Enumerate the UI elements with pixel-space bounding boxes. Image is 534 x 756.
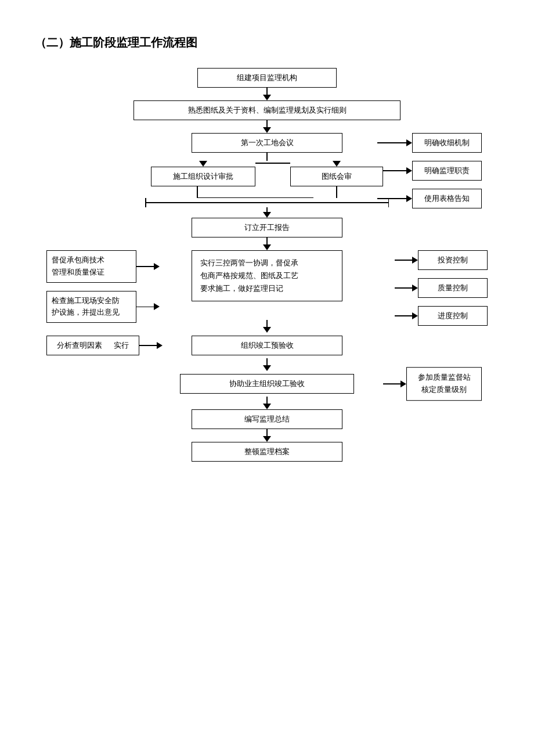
right-branch-2: 明确监理职责 bbox=[377, 161, 482, 181]
arrow bbox=[263, 327, 271, 333]
two-col-row: 施工组织设计审批 图纸会审 bbox=[145, 161, 389, 186]
node-4: 施工组织设计审批 bbox=[151, 167, 255, 186]
node8-section: 分析查明因素 实行 组织竣工预验收 bbox=[35, 333, 499, 358]
hline bbox=[377, 142, 406, 143]
arrow bbox=[263, 404, 271, 409]
hline-merge bbox=[197, 197, 313, 199]
connector bbox=[266, 429, 268, 436]
right-box-3-row: 进度控制 bbox=[395, 306, 488, 326]
right-branch-section: 明确收细机制 明确监理职责 使用表格告知 bbox=[377, 133, 482, 208]
left-box-9: 分析查明因素 实行 bbox=[46, 336, 163, 355]
left-box-1: 督促承包商技术 管理和质量保证 bbox=[46, 250, 136, 283]
right-box-7: 参加质量监督站 核定质量级别 bbox=[383, 367, 482, 401]
connector bbox=[266, 120, 268, 127]
page-title: （二）施工阶段监理工作流程图 bbox=[35, 35, 499, 51]
connector bbox=[266, 320, 268, 327]
hline bbox=[395, 260, 412, 261]
connector bbox=[266, 88, 268, 95]
node-right1: 明确收细机制 bbox=[412, 133, 482, 153]
right-box-1-row: 投资控制 bbox=[395, 250, 488, 270]
arrow-right bbox=[157, 342, 163, 349]
node-right3: 使用表格告知 bbox=[412, 189, 482, 208]
node-8: 组织竣工预验收 bbox=[192, 336, 342, 355]
node7-section: 督促承包商技术 管理和质量保证 检查施工现场安全防 护设施，并提出意见 实行三控… bbox=[35, 250, 499, 320]
right-branch-1: 明确收细机制 bbox=[377, 133, 482, 153]
merge-section bbox=[145, 186, 389, 198]
hline bbox=[136, 307, 154, 308]
left-box-2: 检查施工现场安全防 护设施，并提出意见 bbox=[46, 291, 136, 323]
arrow bbox=[199, 161, 207, 167]
node-11: 整顿监理档案 bbox=[192, 442, 342, 462]
right-col-inner: 图纸会审 bbox=[290, 161, 383, 186]
node-3: 第一次工地会议 bbox=[192, 133, 342, 153]
flowchart: 组建项目监理机构 熟悉图纸及关于资料、编制监理规划及实行细则 第一次工地会议 明… bbox=[35, 68, 499, 462]
node-2: 熟悉图纸及关于资料、编制监理规划及实行细则 bbox=[134, 100, 400, 120]
hline bbox=[383, 383, 400, 384]
h-bridge bbox=[255, 163, 290, 164]
hline bbox=[136, 266, 154, 267]
node9-section: 协助业主组织竣工验收 参加质量监督站 核定质量级别 bbox=[35, 371, 499, 397]
arrow-right bbox=[412, 257, 418, 264]
vline bbox=[197, 186, 198, 198]
node-right7: 参加质量监督站 核定质量级别 bbox=[406, 367, 482, 401]
right-branch-3: 使用表格告知 bbox=[377, 189, 482, 208]
arrow bbox=[263, 127, 271, 133]
arrow-right bbox=[154, 263, 160, 270]
arrow-right bbox=[412, 312, 418, 319]
node-right4: 投资控制 bbox=[418, 250, 488, 270]
left-box-2-row: 检查施工现场安全防 护设施，并提出意见 bbox=[46, 291, 160, 323]
two-col-inner: 施工组织设计审批 图纸会审 bbox=[145, 161, 389, 198]
node-right6: 进度控制 bbox=[418, 306, 488, 326]
node3-section: 第一次工地会议 明确收细机制 明确监理职责 bbox=[35, 133, 499, 153]
arrow bbox=[263, 95, 271, 100]
left-box-1-row: 督促承包商技术 管理和质量保证 bbox=[46, 250, 160, 283]
arrow bbox=[263, 244, 271, 250]
hline bbox=[139, 345, 157, 346]
vline bbox=[336, 186, 337, 198]
left-merge bbox=[171, 186, 223, 198]
vline bbox=[266, 153, 268, 161]
arrow bbox=[263, 365, 271, 371]
arrow-right bbox=[406, 195, 412, 202]
node-9: 协助业主组织竣工验收 bbox=[180, 374, 354, 394]
arrow bbox=[333, 161, 341, 167]
arrow bbox=[263, 436, 271, 442]
h-merge-line bbox=[145, 197, 389, 199]
node-1: 组建项目监理机构 bbox=[197, 68, 337, 88]
right-merge bbox=[311, 186, 363, 198]
connector bbox=[266, 207, 268, 212]
left-col-inner: 施工组织设计审批 bbox=[151, 161, 255, 186]
node-right2: 明确监理职责 bbox=[412, 161, 482, 181]
arrow bbox=[263, 212, 271, 218]
node-right5: 质量控制 bbox=[418, 278, 488, 298]
col-left: 施工组织设计审批 bbox=[151, 161, 255, 186]
connector bbox=[266, 237, 268, 244]
connector bbox=[266, 397, 268, 404]
node-7-main: 实行三控两管一协调，督促承 包商严格按规范、图纸及工艺 要求施工，做好监理日记 bbox=[192, 250, 342, 301]
connector bbox=[266, 358, 268, 365]
arrow-right bbox=[406, 167, 412, 174]
left-boxes-section: 督促承包商技术 管理和质量保证 检查施工现场安全防 护设施，并提出意见 bbox=[46, 250, 160, 323]
merge-h-line bbox=[145, 198, 389, 207]
arrow-right bbox=[400, 380, 406, 387]
hline bbox=[377, 198, 406, 199]
node-5: 图纸会审 bbox=[290, 167, 383, 186]
arrow-right bbox=[154, 303, 160, 310]
node-left3: 分析查明因素 实行 bbox=[46, 336, 139, 355]
left-branch: 施工组织设计审批 bbox=[151, 161, 255, 186]
h-merge bbox=[146, 202, 388, 203]
hline bbox=[395, 315, 412, 316]
right-boxes-section: 投资控制 质量控制 进度控制 bbox=[395, 250, 488, 326]
node-6: 订立开工报告 bbox=[192, 218, 342, 237]
node-10: 编写监理总结 bbox=[192, 409, 342, 429]
right-box-2-row: 质量控制 bbox=[395, 278, 488, 298]
node3-col: 第一次工地会议 bbox=[192, 133, 342, 153]
split-connector bbox=[35, 153, 499, 161]
arrow-right bbox=[412, 285, 418, 291]
arrow-right bbox=[406, 139, 412, 146]
col-right: 图纸会审 bbox=[290, 161, 383, 186]
hline bbox=[395, 287, 412, 289]
